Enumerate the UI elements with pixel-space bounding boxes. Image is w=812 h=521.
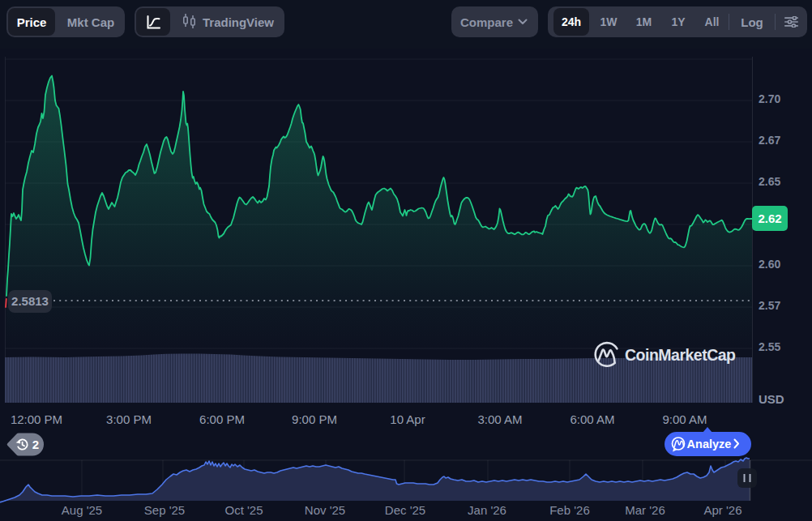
svg-text:2: 2: [32, 438, 39, 451]
svg-text:2.62: 2.62: [758, 211, 781, 225]
svg-text:CoinMarketCap: CoinMarketCap: [625, 346, 736, 364]
svg-text:Analyze: Analyze: [687, 438, 732, 451]
svg-text:2.5813: 2.5813: [11, 294, 49, 308]
